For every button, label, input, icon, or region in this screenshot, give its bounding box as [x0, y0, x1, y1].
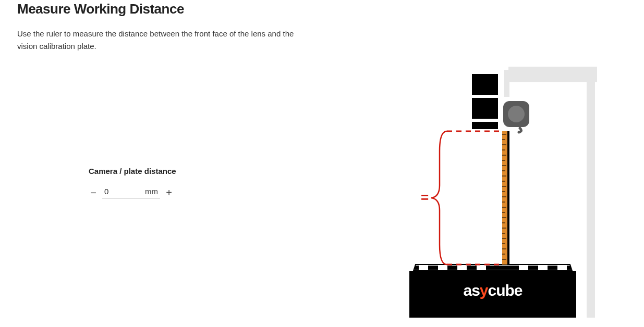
- svg-text:asycube: asycube: [463, 282, 522, 299]
- svg-rect-14: [477, 266, 486, 270]
- distance-stepper: Camera / plate distance − 0 mm +: [89, 167, 224, 198]
- svg-rect-20: [502, 131, 507, 265]
- svg-rect-0: [587, 78, 595, 318]
- svg-rect-12: [438, 266, 447, 270]
- svg-rect-4: [472, 98, 498, 119]
- page-description: Use the ruler to measure the distance be…: [17, 28, 309, 53]
- svg-rect-19: [507, 131, 509, 265]
- working-distance-diagram: asycube: [399, 62, 634, 323]
- distance-unit: mm: [145, 187, 158, 196]
- svg-rect-3: [472, 74, 498, 95]
- equals-symbol: =: [421, 190, 429, 205]
- svg-point-7: [508, 106, 525, 122]
- distance-value: 0: [104, 187, 141, 196]
- svg-rect-5: [472, 122, 498, 129]
- svg-rect-17: [557, 266, 567, 270]
- increment-button[interactable]: +: [164, 187, 174, 198]
- distance-label: Camera / plate distance: [89, 167, 224, 175]
- svg-rect-13: [457, 266, 467, 270]
- distance-input[interactable]: 0 mm: [102, 187, 160, 198]
- decrement-button[interactable]: −: [89, 187, 98, 198]
- svg-rect-16: [538, 266, 548, 270]
- svg-rect-2: [504, 70, 509, 97]
- svg-rect-1: [508, 67, 597, 82]
- svg-rect-11: [419, 266, 428, 270]
- svg-rect-15: [519, 266, 528, 270]
- page-title: Measure Working Distance: [17, 1, 184, 17]
